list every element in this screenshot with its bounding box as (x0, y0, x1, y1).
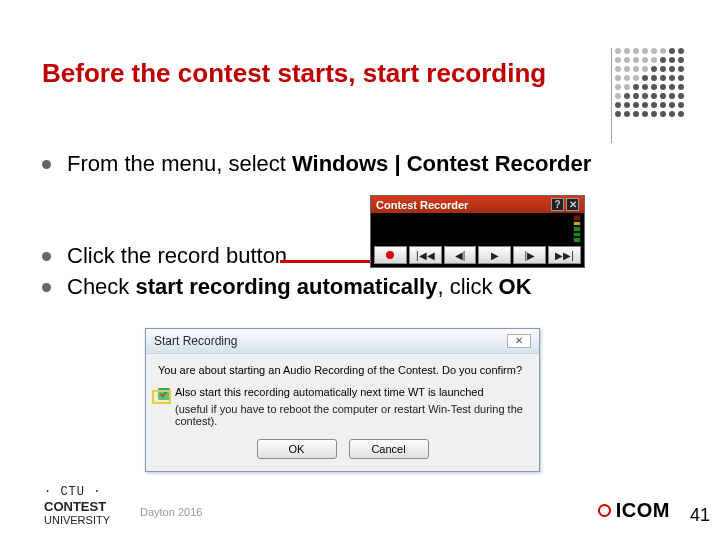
bullet-1: From the menu, select Windows | Contest … (67, 150, 591, 178)
ok-button[interactable]: OK (257, 439, 337, 459)
start-recording-dialog: Start Recording ✕ You are about starting… (145, 328, 540, 472)
close-button[interactable]: ✕ (566, 198, 579, 211)
arrow-to-record (280, 260, 380, 263)
bullet-icon (42, 252, 51, 261)
bullet-icon (42, 160, 51, 169)
skip-forward-button[interactable]: ▶▶| (548, 246, 581, 264)
dialog-message: You are about starting an Audio Recordin… (158, 364, 527, 376)
record-icon (386, 251, 394, 259)
checkbox-highlight (152, 390, 171, 404)
level-meter (573, 215, 581, 243)
page-number: 41 (690, 505, 710, 526)
cancel-button[interactable]: Cancel (349, 439, 429, 459)
skip-back-button[interactable]: |◀◀ (409, 246, 442, 264)
slide-title: Before the contest starts, start recordi… (42, 58, 546, 89)
footer-date: Dayton 2016 (140, 506, 202, 518)
dialog-hint: (useful if you have to reboot the comput… (175, 403, 527, 427)
next-button[interactable]: |▶ (513, 246, 546, 264)
slide-body: From the menu, select Windows | Contest … (42, 150, 682, 319)
contest-recorder-title: Contest Recorder (376, 199, 549, 211)
contest-recorder-titlebar: Contest Recorder ? ✕ (371, 196, 584, 213)
dialog-titlebar: Start Recording ✕ (146, 329, 539, 354)
bullet-3: Check start recording automatically, cli… (67, 273, 532, 301)
bullet-icon (42, 283, 51, 292)
footer-brand: ICOM (598, 499, 670, 522)
decorative-dots (615, 48, 684, 117)
play-button[interactable]: ▶ (478, 246, 511, 264)
dialog-title: Start Recording (154, 334, 507, 348)
contest-recorder-window: Contest Recorder ? ✕ |◀◀ ◀| ▶ |▶ ▶▶| (370, 195, 585, 268)
footer-logo: · CTU · CONTEST UNIVERSITY (44, 486, 110, 526)
bullet-2: Click the record button (67, 242, 287, 270)
prev-button[interactable]: ◀| (444, 246, 477, 264)
auto-start-label: Also start this recording automatically … (175, 386, 484, 398)
dialog-close-button[interactable]: ✕ (507, 334, 531, 348)
record-button[interactable] (374, 246, 407, 264)
icom-text: ICOM (616, 499, 670, 522)
icom-ring-icon (598, 504, 611, 517)
auto-start-checkbox-row[interactable]: Also start this recording automatically … (158, 386, 527, 400)
decorative-line (611, 48, 612, 143)
help-button[interactable]: ? (551, 198, 564, 211)
